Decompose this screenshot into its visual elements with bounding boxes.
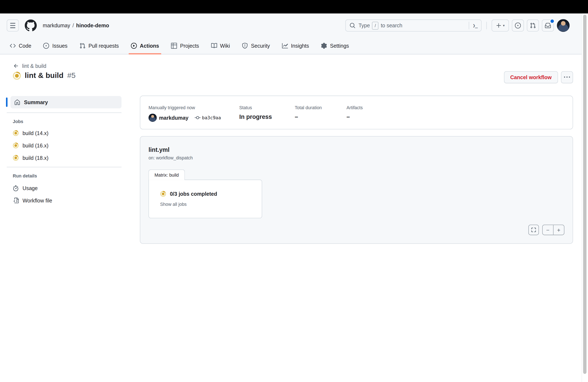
kebab-horizontal-icon xyxy=(564,74,570,81)
search-input[interactable]: Type / to search ❯_ xyxy=(345,20,482,31)
artifacts-label: Artifacts xyxy=(346,105,564,110)
arrow-left-icon xyxy=(13,63,19,69)
tab-label: Projects xyxy=(180,43,199,49)
tab-label: Wiki xyxy=(220,43,230,49)
slash-key-hint: / xyxy=(372,22,378,30)
tab-actions[interactable]: Actions xyxy=(125,38,165,54)
run-sidebar: Summary Jobs build (14.x) xyxy=(7,96,121,207)
tab-label: Security xyxy=(251,43,270,49)
tab-security[interactable]: Security xyxy=(236,38,276,54)
in-progress-status-icon xyxy=(13,142,19,149)
sidebar-item-label: Summary xyxy=(24,99,48,105)
workflow-graph-card: lint.yml on: workflow_dispatch Matrix: b… xyxy=(140,136,573,244)
tab-label: Settings xyxy=(330,43,349,49)
trigger-column: Manually triggered now markdumay ba3c9aa xyxy=(148,105,239,122)
inbox-button[interactable] xyxy=(542,20,554,31)
pull-requests-button[interactable] xyxy=(527,20,539,31)
github-logo-icon[interactable] xyxy=(25,20,37,31)
trigger-user-avatar[interactable] xyxy=(148,114,157,122)
command-palette-hint[interactable]: ❯_ xyxy=(468,22,477,29)
breadcrumb-repo-link[interactable]: hinode-demo xyxy=(76,22,109,29)
duration-value: – xyxy=(295,114,346,120)
cancel-workflow-button[interactable]: Cancel workflow xyxy=(504,71,558,83)
trigger-user-login[interactable]: markdumay xyxy=(159,115,188,121)
jobs-section-heading: Jobs xyxy=(13,119,122,124)
artifacts-value: – xyxy=(346,114,564,120)
tab-label: Code xyxy=(19,43,31,49)
matrix-jobs-status: 0/3 jobs completed xyxy=(170,191,217,197)
git-pull-request-icon xyxy=(79,43,85,49)
tab-projects[interactable]: Projects xyxy=(165,38,205,54)
screen-full-icon xyxy=(531,227,537,233)
sidebar-item-summary[interactable]: Summary xyxy=(10,96,122,108)
repo-tab-nav: Code Issues Pull requests Actions Projec… xyxy=(0,38,588,54)
fullscreen-button[interactable] xyxy=(528,225,539,235)
graph-controls: − + xyxy=(528,225,564,235)
top-black-bar xyxy=(0,0,588,13)
create-new-button[interactable]: ▾ xyxy=(492,20,509,31)
terminal-prompt-icon: ❯_ xyxy=(473,23,477,28)
header-divider xyxy=(486,22,487,29)
gear-icon xyxy=(321,43,327,49)
search-icon xyxy=(349,22,356,29)
git-pull-request-icon xyxy=(530,22,536,29)
sidebar-job-build-18x[interactable]: build (18.x) xyxy=(7,151,121,164)
commit-sha: ba3c9aa xyxy=(202,115,221,120)
tab-pull-requests[interactable]: Pull requests xyxy=(74,38,125,54)
issues-dashboard-button[interactable] xyxy=(512,20,524,31)
tab-label: Insights xyxy=(291,43,309,49)
book-icon xyxy=(211,43,217,49)
sidebar-divider xyxy=(7,167,121,167)
matrix-tab: Matrix: build xyxy=(148,170,185,180)
status-label: Status xyxy=(239,105,295,110)
back-link-label: lint & build xyxy=(22,63,46,69)
in-progress-status-icon xyxy=(13,130,19,136)
zoom-out-button[interactable]: − xyxy=(543,225,554,234)
git-commit-icon xyxy=(194,115,201,121)
run-title: lint & build xyxy=(25,71,63,80)
tab-label: Actions xyxy=(140,43,159,49)
more-options-button[interactable] xyxy=(561,71,573,83)
tab-issues[interactable]: Issues xyxy=(37,38,74,54)
sidebar-item-workflow-file[interactable]: Workflow file xyxy=(7,194,121,207)
trigger-label: Manually triggered now xyxy=(148,105,239,110)
tab-settings[interactable]: Settings xyxy=(315,38,355,54)
inbox-icon xyxy=(545,22,551,29)
sidebar-job-build-14x[interactable]: build (14.x) xyxy=(7,127,121,139)
breadcrumb-separator: / xyxy=(72,22,74,29)
header-right-group: Type / to search ❯_ ▾ xyxy=(345,19,570,32)
unread-notification-dot xyxy=(550,19,555,23)
tab-code[interactable]: Code xyxy=(4,38,37,54)
sidebar-item-label: Workflow file xyxy=(22,197,52,204)
breadcrumb: markdumay / hinode-demo xyxy=(43,22,109,29)
shield-icon xyxy=(242,43,248,49)
commit-link[interactable]: ba3c9aa xyxy=(194,115,221,121)
hamburger-menu-button[interactable] xyxy=(7,20,19,31)
run-details-section-heading: Run details xyxy=(13,173,122,178)
run-number: #5 xyxy=(67,71,76,80)
in-progress-status-icon xyxy=(160,191,166,197)
tab-wiki[interactable]: Wiki xyxy=(205,38,236,54)
trigger-value: markdumay ba3c9aa xyxy=(148,114,239,122)
run-summary-card: Manually triggered now markdumay ba3c9aa… xyxy=(140,96,573,129)
zoom-control: − + xyxy=(542,225,564,235)
chevron-down-icon: ▾ xyxy=(503,23,505,27)
back-to-workflow-link[interactable]: lint & build xyxy=(13,63,46,69)
breadcrumb-owner-link[interactable]: markdumay xyxy=(43,22,70,29)
in-progress-status-icon xyxy=(13,71,21,80)
matrix-status-row: 0/3 jobs completed xyxy=(160,191,254,197)
sidebar-item-usage[interactable]: Usage xyxy=(7,182,121,194)
job-label: build (16.x) xyxy=(22,142,48,149)
matrix-job-node[interactable]: 0/3 jobs completed Show all jobs xyxy=(148,180,262,218)
zoom-in-button[interactable]: + xyxy=(554,225,564,234)
in-progress-status-icon xyxy=(13,155,19,161)
scrollbar-thumb[interactable] xyxy=(583,15,587,374)
header-top-row: markdumay / hinode-demo Type / to search… xyxy=(0,13,588,37)
run-details-list: Usage Workflow file xyxy=(7,182,121,207)
user-avatar[interactable] xyxy=(557,19,570,32)
sidebar-job-build-16x[interactable]: build (16.x) xyxy=(7,139,121,151)
job-label: build (18.x) xyxy=(22,155,48,161)
show-all-jobs-link[interactable]: Show all jobs xyxy=(160,202,254,207)
page-scrollbar xyxy=(582,13,588,382)
tab-insights[interactable]: Insights xyxy=(276,38,315,54)
